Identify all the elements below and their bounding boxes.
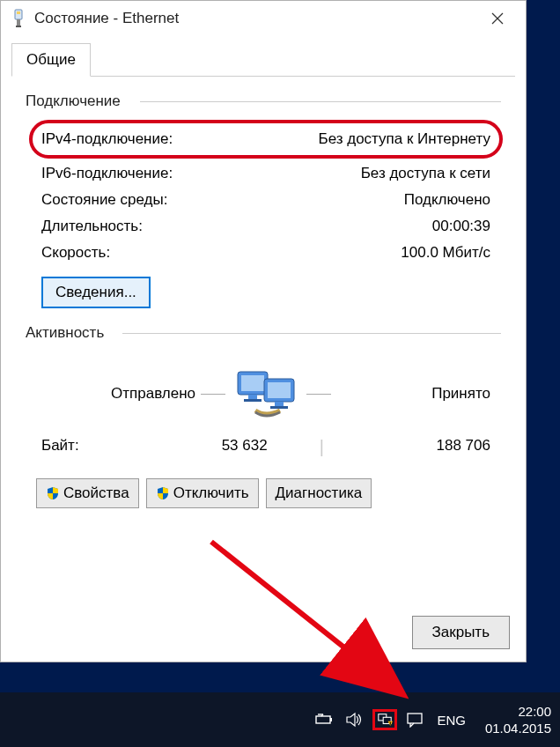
divider-line — [201, 394, 225, 395]
bytes-received-value: 188 706 — [376, 437, 490, 457]
svg-marker-20 — [347, 714, 355, 726]
uac-shield-icon — [156, 486, 170, 500]
close-icon — [491, 12, 504, 25]
svg-rect-17 — [330, 718, 332, 721]
network-tray-icon[interactable] — [372, 709, 397, 730]
taskbar-time: 22:00 — [485, 703, 551, 721]
ipv4-value: Без доступа к Интернету — [318, 130, 490, 148]
titlebar: Состояние - Ethernet — [1, 1, 526, 36]
svg-rect-7 — [241, 375, 264, 391]
action-center-tray-icon[interactable] — [402, 709, 427, 730]
properties-button[interactable]: Свойства — [36, 478, 139, 508]
disable-button-label: Отключить — [173, 484, 249, 502]
properties-button-label: Свойства — [63, 484, 129, 502]
received-label: Принято — [336, 385, 490, 403]
monitors-icon — [231, 366, 301, 421]
dialog-footer: Закрыть — [412, 616, 510, 649]
volume-tray-icon[interactable] — [343, 709, 367, 730]
window-close-button[interactable] — [476, 4, 519, 33]
tab-strip: Общие — [11, 43, 515, 77]
language-indicator[interactable]: ENG — [437, 713, 466, 728]
sent-label: Отправлено — [41, 385, 195, 403]
close-button[interactable]: Закрыть — [412, 616, 510, 649]
svg-rect-0 — [15, 10, 22, 19]
bytes-separator: | — [299, 437, 343, 457]
svg-rect-11 — [268, 382, 291, 398]
activity-group-label: Активность — [26, 324, 501, 342]
ipv6-label: IPv6-подключение: — [41, 165, 173, 182]
svg-rect-24 — [390, 722, 391, 724]
svg-rect-25 — [390, 724, 391, 725]
speed-value: 100.0 Мбит/с — [401, 244, 490, 262]
disable-button[interactable]: Отключить — [146, 478, 259, 508]
media-state-value: Подключено — [404, 191, 490, 209]
svg-rect-26 — [408, 714, 422, 723]
svg-rect-16 — [316, 716, 330, 723]
network-adapter-icon — [11, 9, 26, 28]
duration-value: 00:00:39 — [432, 218, 490, 235]
tab-general[interactable]: Общие — [11, 43, 91, 77]
window-title: Состояние - Ethernet — [34, 10, 476, 27]
action-buttons-row: Свойства Отключить Диагностика — [1, 475, 526, 508]
duration-label: Длительность: — [41, 218, 143, 235]
media-state-label: Состояние среды: — [41, 191, 167, 209]
activity-group: Отправлено — [26, 349, 501, 466]
svg-rect-8 — [248, 395, 257, 399]
svg-rect-12 — [275, 402, 284, 406]
ipv6-value: Без доступа к сети — [361, 165, 490, 182]
dialog-content: Подключение IPv4-подключение: Без доступ… — [1, 77, 526, 475]
svg-rect-1 — [17, 11, 20, 14]
uac-shield-icon — [46, 486, 60, 500]
svg-rect-3 — [16, 26, 21, 27]
details-button[interactable]: Сведения... — [41, 277, 151, 308]
divider-line — [306, 394, 331, 395]
taskbar-date: 01.04.2015 — [485, 720, 551, 737]
bytes-label: Байт: — [41, 437, 121, 457]
svg-rect-9 — [244, 399, 262, 402]
connection-group: IPv4-подключение: Без доступа к Интернет… — [26, 117, 501, 324]
taskbar-clock[interactable]: 22:00 01.04.2015 — [485, 703, 551, 737]
ipv4-label: IPv4-подключение: — [41, 130, 173, 148]
battery-tray-icon[interactable] — [313, 709, 337, 730]
svg-rect-13 — [270, 406, 288, 409]
taskbar: ENG 22:00 01.04.2015 — [0, 692, 560, 747]
svg-rect-2 — [17, 19, 20, 26]
ipv4-highlight: IPv4-подключение: Без доступа к Интернет… — [29, 120, 503, 159]
connection-group-label: Подключение — [26, 92, 501, 110]
bytes-sent-value: 53 632 — [153, 437, 268, 457]
speed-label: Скорость: — [41, 244, 110, 262]
ethernet-status-window: Состояние - Ethernet Общие Подключение I… — [0, 0, 527, 662]
diagnose-button[interactable]: Диагностика — [266, 478, 372, 508]
